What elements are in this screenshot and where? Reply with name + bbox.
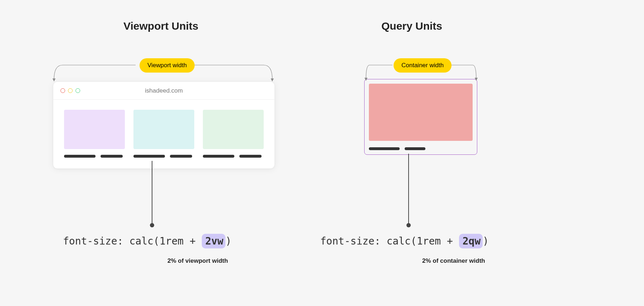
code-prefix: font-size: calc(1rem + xyxy=(63,235,202,247)
container-text-placeholder xyxy=(369,147,473,150)
browser-url: ishadeed.com xyxy=(53,87,274,94)
card-text-placeholder xyxy=(64,155,125,158)
card-text-placeholder xyxy=(133,155,194,158)
card-thumb xyxy=(64,110,125,149)
viewport-unit-highlight: 2vw xyxy=(202,234,226,248)
card-row xyxy=(53,100,274,168)
container-code: font-size: calc(1rem + 2qw) xyxy=(320,235,489,247)
container-subcaption: 2% of container width xyxy=(422,257,485,265)
code-suffix: ) xyxy=(225,235,231,247)
card xyxy=(64,110,125,158)
card xyxy=(133,110,194,158)
container-mockup xyxy=(364,79,477,155)
container-connector-line xyxy=(408,154,409,225)
query-units-heading: Query Units xyxy=(381,20,442,32)
viewport-width-label: Viewport width xyxy=(140,58,195,73)
container-unit-highlight: 2qw xyxy=(459,234,483,248)
card-thumb xyxy=(133,110,194,149)
viewport-connector-line xyxy=(152,161,152,225)
browser-mockup: ishadeed.com xyxy=(53,82,275,169)
viewport-units-heading: Viewport Units xyxy=(123,20,198,32)
container-image xyxy=(369,84,473,141)
container-width-label: Container width xyxy=(394,58,452,73)
browser-titlebar: ishadeed.com xyxy=(53,82,274,100)
code-suffix: ) xyxy=(483,235,489,247)
code-prefix: font-size: calc(1rem + xyxy=(320,235,459,247)
viewport-code: font-size: calc(1rem + 2vw) xyxy=(63,235,231,247)
card xyxy=(203,110,264,158)
card-thumb xyxy=(203,110,264,149)
viewport-subcaption: 2% of viewport width xyxy=(167,257,228,265)
card-text-placeholder xyxy=(203,155,264,158)
